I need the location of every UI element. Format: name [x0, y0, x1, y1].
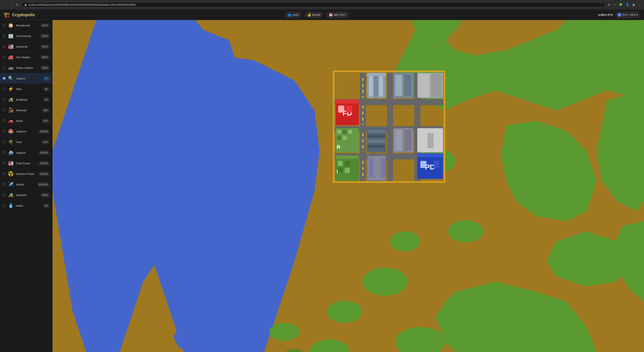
sidebar-item-residential[interactable]: 🏠Residential$100 [0, 20, 52, 31]
menu-icon[interactable]: ⋮ [637, 2, 642, 7]
wallet-dropdown-icon: ▾ [636, 13, 638, 16]
sidebar-item-inspect[interactable]: 🔍Inspect$0 [0, 73, 52, 84]
sidebar-item-industrial[interactable]: 🏭Industrial$100 [0, 41, 52, 52]
svg-point-3 [390, 231, 420, 251]
price-railroad: $20 [42, 108, 50, 112]
radio-network [2, 193, 6, 196]
price-stadium: $5,000 [38, 129, 50, 134]
svg-rect-35 [367, 73, 386, 76]
sidebar-item-nuclear-power[interactable]: ☢️Nuclear Power$5,000 [0, 169, 52, 179]
sidebar-toggle-icon[interactable]: ▣ [632, 2, 636, 7]
label-stadium: Stadium [16, 130, 36, 133]
svg-rect-60 [336, 155, 359, 159]
label-fire-station: Fire Station [16, 56, 38, 59]
radio-seaport [2, 151, 6, 154]
price-residential: $100 [40, 23, 50, 27]
price-road: $10 [42, 119, 50, 123]
sidebar-item-fire-station[interactable]: 🚒Fire Station$500 [0, 52, 52, 62]
label-police-station: Police Station [16, 66, 38, 69]
svg-point-6 [327, 301, 362, 323]
price-seaport: $3,000 [38, 151, 50, 155]
extension-icon[interactable]: 🧩 [618, 2, 623, 7]
svg-point-2 [448, 220, 483, 242]
icon-stadium: 🏟️ [8, 128, 14, 135]
reload-button[interactable]: ↻ [15, 2, 20, 8]
icon-industrial: 🏭 [8, 43, 14, 50]
icon-park: 🌴 [8, 139, 14, 145]
sidebar-item-network[interactable]: 🚜Network$100 [0, 190, 52, 200]
price-bulldozer: $1 [43, 98, 50, 102]
svg-rect-43 [337, 130, 342, 134]
svg-rect-41 [431, 74, 442, 97]
wallet-icon [618, 13, 621, 17]
price-wire: $5 [43, 87, 50, 91]
radio-police-station [2, 66, 6, 69]
svg-rect-63 [345, 161, 350, 166]
sidebar-item-airport[interactable]: ✈️Airport$10,000 [0, 179, 52, 190]
label-road: Road [16, 119, 40, 122]
price-network: $100 [40, 193, 50, 197]
svg-text:R: R [337, 144, 340, 150]
label-residential: Residential [16, 24, 38, 27]
label-water: Water [16, 204, 41, 207]
svg-rect-27 [417, 153, 443, 157]
profile-icon[interactable]: 👤 [625, 2, 630, 7]
price-nuclear-power: $5,000 [38, 172, 50, 176]
label-inspect: Inspect [16, 77, 41, 80]
wallet-button[interactable]: 0x70...79C8 ▾ [615, 12, 640, 18]
radio-stadium [2, 130, 6, 133]
svg-rect-22 [336, 100, 359, 104]
radio-coal-power [2, 162, 6, 165]
sidebar-item-stadium[interactable]: 🏟️Stadium$5,000 [0, 126, 52, 137]
svg-rect-58 [427, 133, 433, 148]
back-button[interactable]: ← [2, 2, 8, 7]
svg-point-4 [362, 268, 408, 296]
sidebar-item-park[interactable]: 🌴Park$10 [0, 137, 52, 147]
logo-icon: 🏗️ [4, 12, 10, 18]
sidebar-item-road[interactable]: 🚗Road$10 [0, 116, 52, 126]
svg-rect-56 [404, 130, 411, 151]
icon-police-station: 🚓 [8, 64, 14, 71]
radio-road [2, 119, 6, 122]
logo: 🏗️ Cryptopolis [4, 12, 35, 18]
share-icon[interactable]: ⬆ [607, 2, 611, 7]
icon-network: 🚜 [8, 192, 14, 198]
icon-residential: 🏠 [8, 22, 14, 29]
map-area[interactable]: FD PD [52, 20, 644, 352]
radio-inspect [2, 77, 6, 80]
svg-rect-68 [369, 158, 373, 177]
sidebar-item-bulldozer[interactable]: 🚜Bulldozer$1 [0, 94, 52, 105]
label-bulldozer: Bulldozer [16, 98, 41, 101]
population-stat: 👥 3,620 [285, 12, 302, 18]
svg-rect-55 [395, 130, 402, 151]
radio-industrial [2, 45, 6, 48]
sidebar-item-wire[interactable]: ⚡Wire$5 [0, 84, 52, 94]
date-value: MAY 2127 [334, 13, 346, 16]
sidebar-item-seaport[interactable]: ⛴️Seaport$3,000 [0, 147, 52, 158]
icon-commercial: 🏢 [8, 32, 14, 39]
radio-commercial [2, 34, 6, 37]
svg-rect-38 [404, 75, 411, 96]
wallet-address: 0x70...79C8 [622, 13, 636, 16]
label-wire: Wire [16, 87, 41, 91]
price-water: $0 [43, 203, 50, 208]
forward-button[interactable]: → [8, 2, 14, 7]
svg-rect-30 [434, 161, 440, 168]
eth-amount: 9,999.9 ETH [598, 13, 613, 16]
star-icon[interactable]: ☆ [612, 2, 616, 7]
radio-water [2, 204, 6, 207]
sidebar-item-coal-power[interactable]: 🏭Coal Power$3,000 [0, 158, 52, 169]
population-icon: 👥 [288, 13, 291, 16]
nav-buttons: ← → ↻ [2, 2, 20, 8]
address-bar[interactable]: 🔒 localhost:3000/play/0x59c6995e998f97a5… [22, 2, 606, 7]
price-fire-station: $500 [40, 55, 50, 59]
sidebar-item-water[interactable]: 💧Water$0 [0, 200, 52, 211]
radio-bulldozer [2, 98, 6, 101]
sidebar-item-railroad[interactable]: 🚂Railroad$20 [0, 105, 52, 116]
svg-rect-34 [379, 74, 383, 97]
icon-airport: ✈️ [8, 181, 14, 188]
sidebar-item-commercial[interactable]: 🏢Commercial$100 [0, 31, 52, 41]
icon-bulldozer: 🚜 [8, 96, 14, 103]
svg-text:PD: PD [425, 163, 435, 171]
sidebar-item-police-station[interactable]: 🚓Police Station$500 [0, 62, 52, 73]
